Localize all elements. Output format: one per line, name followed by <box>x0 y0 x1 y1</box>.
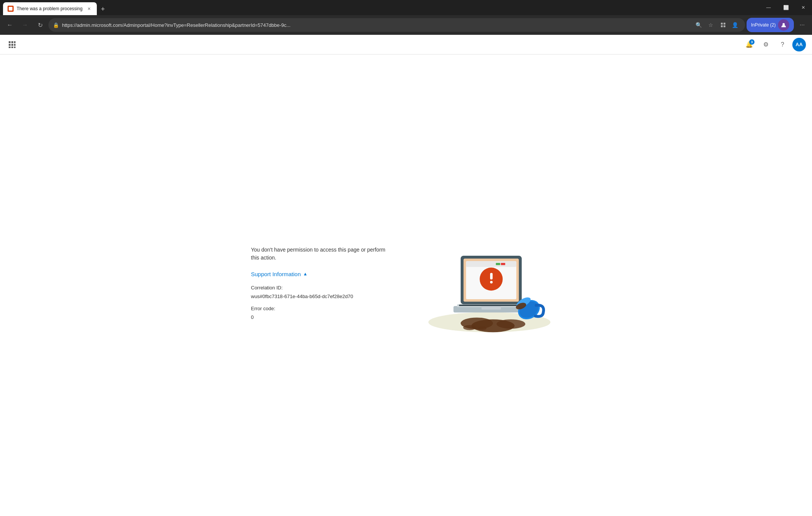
address-bar-icons: 🔍 ☆ 👤 <box>694 20 741 30</box>
svg-rect-6 <box>11 41 13 43</box>
nav-profile-avatar[interactable] <box>778 19 789 31</box>
error-text-section: You don't have permission to access this… <box>251 246 387 325</box>
inprivate-label: InPrivate (2) <box>751 22 776 28</box>
admin-profile-initials: AA <box>796 42 803 47</box>
laptop-spilled-coffee-svg <box>418 227 561 342</box>
support-details: Correlation ID: wus#0fbc7318-671e-44ba-b… <box>251 283 387 322</box>
svg-point-19 <box>478 326 486 330</box>
waffle-menu-button[interactable] <box>6 39 18 51</box>
svg-point-18 <box>463 325 476 330</box>
help-button[interactable]: ? <box>776 38 789 51</box>
back-button[interactable]: ← <box>3 18 17 32</box>
error-code-label: Error code: <box>251 306 275 311</box>
address-bar[interactable]: 🔒 https://admin.microsoft.com/Adminporta… <box>48 18 745 32</box>
tab-bar: There was a problem processing ✕ + <box>3 0 760 15</box>
help-icon: ? <box>781 41 784 48</box>
svg-rect-0 <box>721 23 723 25</box>
tab-favicon <box>8 6 14 12</box>
collections-icon-btn[interactable] <box>718 20 728 30</box>
svg-rect-2 <box>721 25 723 27</box>
svg-rect-1 <box>724 23 725 25</box>
notifications-button[interactable]: 🔔 3 <box>742 38 756 51</box>
title-bar: There was a problem processing ✕ + — ⬜ ✕ <box>0 0 812 15</box>
more-button[interactable]: ··· <box>795 18 809 32</box>
page-content: You don't have permission to access this… <box>0 54 812 516</box>
svg-rect-13 <box>14 47 16 48</box>
svg-rect-9 <box>11 44 13 46</box>
support-info-toggle[interactable]: Support Information ▲ <box>251 271 387 277</box>
forward-icon: → <box>22 22 28 28</box>
active-tab[interactable]: There was a problem processing ✕ <box>3 2 97 15</box>
nav-right-controls: InPrivate (2) ··· <box>747 18 809 32</box>
favorites-icon-btn[interactable]: ☆ <box>706 20 716 30</box>
back-icon: ← <box>7 22 13 28</box>
svg-rect-32 <box>459 305 523 306</box>
settings-button[interactable]: ⚙ <box>759 38 773 51</box>
error-container: You don't have permission to access this… <box>236 227 576 343</box>
svg-rect-8 <box>9 44 11 46</box>
support-info-label: Support Information <box>251 271 301 277</box>
refresh-icon: ↻ <box>38 22 43 29</box>
url-text: https://admin.microsoft.com/Adminportal/… <box>62 22 691 28</box>
svg-rect-10 <box>14 44 16 46</box>
svg-rect-12 <box>11 47 13 48</box>
svg-rect-31 <box>490 281 492 284</box>
lock-icon: 🔒 <box>53 22 59 28</box>
window-controls: — ⬜ ✕ <box>760 0 812 15</box>
minimize-button[interactable]: — <box>760 0 777 15</box>
tab-title: There was a problem processing <box>17 6 82 11</box>
inprivate-button[interactable]: InPrivate (2) <box>747 18 794 32</box>
svg-rect-30 <box>490 273 492 280</box>
correlation-id-label: Correlation ID: <box>251 285 283 291</box>
maximize-button[interactable]: ⬜ <box>777 0 795 15</box>
close-button[interactable]: ✕ <box>795 0 812 15</box>
more-icon: ··· <box>800 22 804 28</box>
correlation-id-value: wus#0fbc7318-671e-44ba-b65d-dc7ef28e2d70 <box>251 292 387 301</box>
error-code-value: 0 <box>251 313 387 322</box>
browser-chrome: There was a problem processing ✕ + — ⬜ ✕… <box>0 0 812 35</box>
error-description: You don't have permission to access this… <box>251 246 387 262</box>
new-tab-button[interactable]: + <box>97 3 109 15</box>
svg-rect-27 <box>496 263 500 265</box>
svg-rect-26 <box>466 261 516 267</box>
chevron-up-icon: ▲ <box>303 271 307 277</box>
profile-icon-btn[interactable]: 👤 <box>730 20 741 30</box>
svg-rect-11 <box>9 47 11 48</box>
notification-badge: 3 <box>749 39 755 45</box>
svg-rect-28 <box>501 263 505 265</box>
gear-icon: ⚙ <box>763 41 769 48</box>
ms-admin-bar: 🔔 3 ⚙ ? AA <box>0 35 812 54</box>
svg-rect-5 <box>9 41 11 43</box>
forward-button[interactable]: → <box>18 18 32 32</box>
navigation-bar: ← → ↻ 🔒 https://admin.microsoft.com/Admi… <box>0 15 812 35</box>
error-illustration <box>418 227 561 343</box>
search-icon-btn[interactable]: 🔍 <box>694 20 704 30</box>
svg-point-17 <box>497 319 525 329</box>
tab-close-button[interactable]: ✕ <box>85 5 92 12</box>
refresh-button[interactable]: ↻ <box>33 18 47 32</box>
svg-rect-3 <box>724 25 725 27</box>
svg-rect-7 <box>14 41 16 43</box>
admin-top-icons: 🔔 3 ⚙ ? AA <box>742 38 806 51</box>
admin-profile-avatar[interactable]: AA <box>792 38 806 51</box>
